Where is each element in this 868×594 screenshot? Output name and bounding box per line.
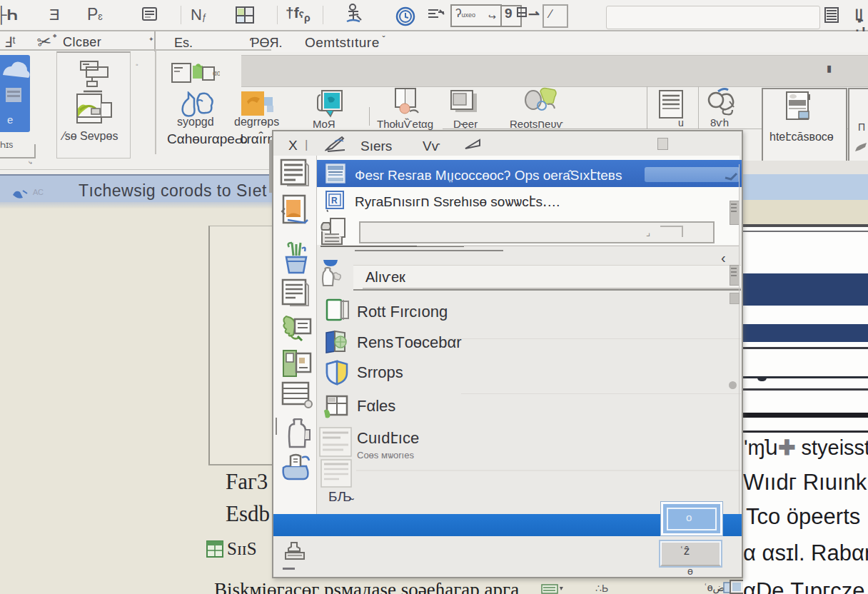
- svg-text:e: e: [7, 114, 13, 126]
- svg-text:αο: αο: [213, 69, 220, 77]
- svg-text:R: R: [331, 196, 338, 206]
